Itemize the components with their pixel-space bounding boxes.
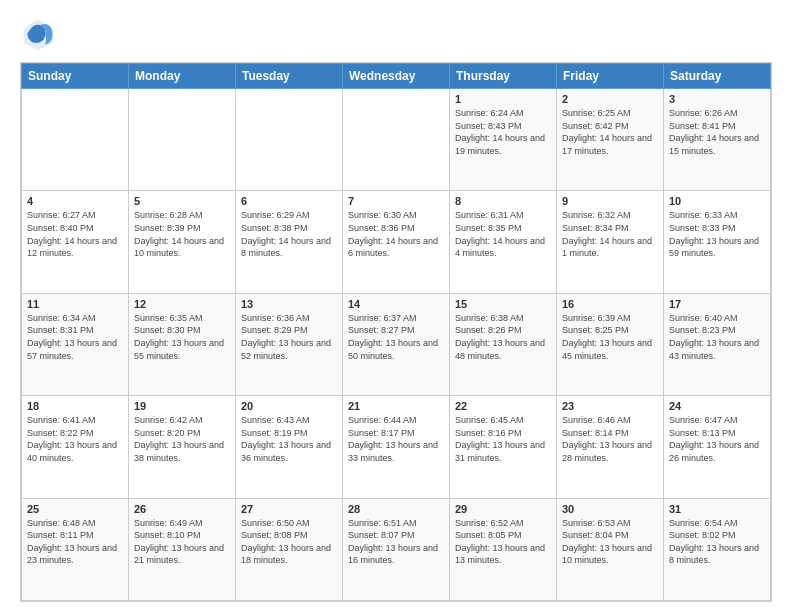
day-cell: 15Sunrise: 6:38 AM Sunset: 8:26 PM Dayli… (450, 293, 557, 395)
day-info: Sunrise: 6:42 AM Sunset: 8:20 PM Dayligh… (134, 414, 230, 464)
day-info: Sunrise: 6:39 AM Sunset: 8:25 PM Dayligh… (562, 312, 658, 362)
week-row: 18Sunrise: 6:41 AM Sunset: 8:22 PM Dayli… (22, 396, 771, 498)
week-row: 11Sunrise: 6:34 AM Sunset: 8:31 PM Dayli… (22, 293, 771, 395)
day-header: Monday (129, 64, 236, 89)
day-number: 8 (455, 195, 551, 207)
day-cell: 14Sunrise: 6:37 AM Sunset: 8:27 PM Dayli… (343, 293, 450, 395)
day-cell: 20Sunrise: 6:43 AM Sunset: 8:19 PM Dayli… (236, 396, 343, 498)
day-cell: 9Sunrise: 6:32 AM Sunset: 8:34 PM Daylig… (557, 191, 664, 293)
day-info: Sunrise: 6:46 AM Sunset: 8:14 PM Dayligh… (562, 414, 658, 464)
day-number: 17 (669, 298, 765, 310)
day-cell: 7Sunrise: 6:30 AM Sunset: 8:36 PM Daylig… (343, 191, 450, 293)
day-number: 29 (455, 503, 551, 515)
day-info: Sunrise: 6:36 AM Sunset: 8:29 PM Dayligh… (241, 312, 337, 362)
day-cell: 5Sunrise: 6:28 AM Sunset: 8:39 PM Daylig… (129, 191, 236, 293)
day-cell: 21Sunrise: 6:44 AM Sunset: 8:17 PM Dayli… (343, 396, 450, 498)
logo-icon (20, 16, 56, 52)
header (20, 16, 772, 52)
week-row: 4Sunrise: 6:27 AM Sunset: 8:40 PM Daylig… (22, 191, 771, 293)
day-number: 19 (134, 400, 230, 412)
day-number: 10 (669, 195, 765, 207)
day-number: 12 (134, 298, 230, 310)
day-number: 3 (669, 93, 765, 105)
week-row: 1Sunrise: 6:24 AM Sunset: 8:43 PM Daylig… (22, 89, 771, 191)
header-row: SundayMondayTuesdayWednesdayThursdayFrid… (22, 64, 771, 89)
day-info: Sunrise: 6:28 AM Sunset: 8:39 PM Dayligh… (134, 209, 230, 259)
day-info: Sunrise: 6:34 AM Sunset: 8:31 PM Dayligh… (27, 312, 123, 362)
day-header: Sunday (22, 64, 129, 89)
day-number: 18 (27, 400, 123, 412)
day-number: 5 (134, 195, 230, 207)
page: SundayMondayTuesdayWednesdayThursdayFrid… (0, 0, 792, 612)
day-number: 4 (27, 195, 123, 207)
day-info: Sunrise: 6:27 AM Sunset: 8:40 PM Dayligh… (27, 209, 123, 259)
day-cell: 2Sunrise: 6:25 AM Sunset: 8:42 PM Daylig… (557, 89, 664, 191)
day-info: Sunrise: 6:50 AM Sunset: 8:08 PM Dayligh… (241, 517, 337, 567)
day-cell: 3Sunrise: 6:26 AM Sunset: 8:41 PM Daylig… (664, 89, 771, 191)
day-cell: 6Sunrise: 6:29 AM Sunset: 8:38 PM Daylig… (236, 191, 343, 293)
day-number: 28 (348, 503, 444, 515)
day-cell: 11Sunrise: 6:34 AM Sunset: 8:31 PM Dayli… (22, 293, 129, 395)
calendar: SundayMondayTuesdayWednesdayThursdayFrid… (20, 62, 772, 602)
week-row: 25Sunrise: 6:48 AM Sunset: 8:11 PM Dayli… (22, 498, 771, 600)
day-info: Sunrise: 6:53 AM Sunset: 8:04 PM Dayligh… (562, 517, 658, 567)
day-cell (343, 89, 450, 191)
day-info: Sunrise: 6:49 AM Sunset: 8:10 PM Dayligh… (134, 517, 230, 567)
day-cell: 1Sunrise: 6:24 AM Sunset: 8:43 PM Daylig… (450, 89, 557, 191)
day-info: Sunrise: 6:41 AM Sunset: 8:22 PM Dayligh… (27, 414, 123, 464)
day-number: 14 (348, 298, 444, 310)
day-cell: 12Sunrise: 6:35 AM Sunset: 8:30 PM Dayli… (129, 293, 236, 395)
day-info: Sunrise: 6:31 AM Sunset: 8:35 PM Dayligh… (455, 209, 551, 259)
day-number: 31 (669, 503, 765, 515)
day-cell: 13Sunrise: 6:36 AM Sunset: 8:29 PM Dayli… (236, 293, 343, 395)
day-cell: 27Sunrise: 6:50 AM Sunset: 8:08 PM Dayli… (236, 498, 343, 600)
day-number: 15 (455, 298, 551, 310)
day-cell (22, 89, 129, 191)
day-number: 25 (27, 503, 123, 515)
calendar-table: SundayMondayTuesdayWednesdayThursdayFrid… (21, 63, 771, 601)
day-info: Sunrise: 6:30 AM Sunset: 8:36 PM Dayligh… (348, 209, 444, 259)
day-info: Sunrise: 6:40 AM Sunset: 8:23 PM Dayligh… (669, 312, 765, 362)
day-info: Sunrise: 6:35 AM Sunset: 8:30 PM Dayligh… (134, 312, 230, 362)
day-info: Sunrise: 6:43 AM Sunset: 8:19 PM Dayligh… (241, 414, 337, 464)
day-header: Tuesday (236, 64, 343, 89)
day-cell: 17Sunrise: 6:40 AM Sunset: 8:23 PM Dayli… (664, 293, 771, 395)
day-cell (236, 89, 343, 191)
day-cell: 10Sunrise: 6:33 AM Sunset: 8:33 PM Dayli… (664, 191, 771, 293)
day-number: 1 (455, 93, 551, 105)
day-number: 13 (241, 298, 337, 310)
day-number: 30 (562, 503, 658, 515)
day-info: Sunrise: 6:48 AM Sunset: 8:11 PM Dayligh… (27, 517, 123, 567)
day-number: 11 (27, 298, 123, 310)
day-cell: 29Sunrise: 6:52 AM Sunset: 8:05 PM Dayli… (450, 498, 557, 600)
day-cell: 30Sunrise: 6:53 AM Sunset: 8:04 PM Dayli… (557, 498, 664, 600)
day-number: 9 (562, 195, 658, 207)
day-cell: 24Sunrise: 6:47 AM Sunset: 8:13 PM Dayli… (664, 396, 771, 498)
day-cell: 19Sunrise: 6:42 AM Sunset: 8:20 PM Dayli… (129, 396, 236, 498)
day-cell: 25Sunrise: 6:48 AM Sunset: 8:11 PM Dayli… (22, 498, 129, 600)
calendar-body: 1Sunrise: 6:24 AM Sunset: 8:43 PM Daylig… (22, 89, 771, 601)
day-number: 20 (241, 400, 337, 412)
day-number: 27 (241, 503, 337, 515)
day-header: Thursday (450, 64, 557, 89)
day-number: 23 (562, 400, 658, 412)
day-number: 26 (134, 503, 230, 515)
day-info: Sunrise: 6:47 AM Sunset: 8:13 PM Dayligh… (669, 414, 765, 464)
day-info: Sunrise: 6:33 AM Sunset: 8:33 PM Dayligh… (669, 209, 765, 259)
day-number: 21 (348, 400, 444, 412)
day-cell (129, 89, 236, 191)
day-cell: 18Sunrise: 6:41 AM Sunset: 8:22 PM Dayli… (22, 396, 129, 498)
day-header: Wednesday (343, 64, 450, 89)
day-info: Sunrise: 6:45 AM Sunset: 8:16 PM Dayligh… (455, 414, 551, 464)
day-cell: 8Sunrise: 6:31 AM Sunset: 8:35 PM Daylig… (450, 191, 557, 293)
day-info: Sunrise: 6:32 AM Sunset: 8:34 PM Dayligh… (562, 209, 658, 259)
day-cell: 22Sunrise: 6:45 AM Sunset: 8:16 PM Dayli… (450, 396, 557, 498)
day-info: Sunrise: 6:24 AM Sunset: 8:43 PM Dayligh… (455, 107, 551, 157)
day-info: Sunrise: 6:29 AM Sunset: 8:38 PM Dayligh… (241, 209, 337, 259)
day-info: Sunrise: 6:25 AM Sunset: 8:42 PM Dayligh… (562, 107, 658, 157)
day-info: Sunrise: 6:51 AM Sunset: 8:07 PM Dayligh… (348, 517, 444, 567)
day-cell: 4Sunrise: 6:27 AM Sunset: 8:40 PM Daylig… (22, 191, 129, 293)
day-cell: 23Sunrise: 6:46 AM Sunset: 8:14 PM Dayli… (557, 396, 664, 498)
day-header: Saturday (664, 64, 771, 89)
day-number: 22 (455, 400, 551, 412)
